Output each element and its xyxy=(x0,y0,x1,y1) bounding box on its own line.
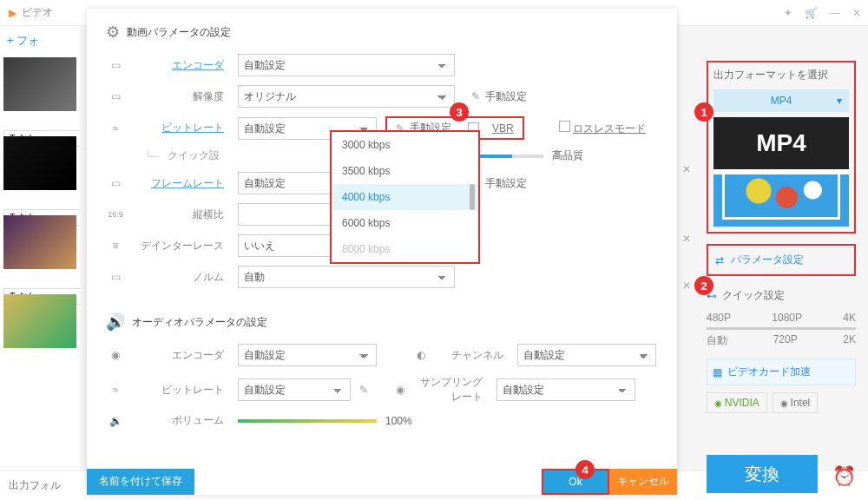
audio-bitrate-icon: ≈ xyxy=(106,384,125,396)
schedule-icon[interactable]: ⏰ xyxy=(832,465,856,488)
deinterlace-icon: ≡ xyxy=(106,240,125,252)
channel-label: チャンネル xyxy=(439,348,509,363)
volume-slider[interactable] xyxy=(238,419,377,423)
volume-label: ボリューム xyxy=(134,413,229,428)
resolution-quick-slider[interactable]: 480P1080P4K 自動720P2K xyxy=(707,312,856,348)
video-encoder-select[interactable]: 自動設定 xyxy=(238,54,455,76)
caret-down-icon: ▾ xyxy=(837,95,842,107)
star-icon[interactable]: ✦ xyxy=(784,7,792,19)
video-params-heading: ⚙ 動画パラメータの設定 xyxy=(106,23,658,42)
clip-thumb[interactable] xyxy=(3,57,76,111)
quality-high-label: 高品質 xyxy=(552,148,583,163)
encoder-icon: ▭ xyxy=(106,59,125,71)
cancel-button[interactable]: キャンセル xyxy=(609,469,677,495)
bitrate-option[interactable]: 6000 kbps xyxy=(332,210,478,236)
video-settings-icon: ⚙ xyxy=(106,23,120,42)
gpu-icon: ▦ xyxy=(713,366,722,378)
remove-clip-icon[interactable]: ✕ xyxy=(679,280,694,292)
audio-channel-select[interactable]: 自動設定 xyxy=(517,344,656,366)
bitrate-label[interactable]: ビットレート xyxy=(134,121,229,135)
callout-marker-3: 3 xyxy=(450,102,469,122)
volume-value: 100% xyxy=(385,415,412,427)
cart-icon[interactable]: 🛒 xyxy=(805,7,818,19)
framerate-label[interactable]: フレームレート xyxy=(134,176,229,191)
norm-icon: ▭ xyxy=(106,271,125,283)
encoder-label[interactable]: エンコーダ xyxy=(134,58,229,73)
resolution-label: 解像度 xyxy=(134,89,229,104)
volume-icon: 🔉 xyxy=(106,415,125,427)
pencil-icon: ✎ xyxy=(471,90,480,102)
intel-badge: ◉ Intel xyxy=(773,392,818,413)
audio-encoder-label: エンコーダ xyxy=(134,348,229,363)
remove-clip-icon[interactable]: ✕ xyxy=(679,163,694,175)
bitrate-option[interactable]: 8000 kbps xyxy=(332,236,478,262)
bitrate-dropdown: 3000 kbps 3500 kbps 4000 kbps 6000 kbps … xyxy=(330,130,480,264)
clip-thumb[interactable] xyxy=(3,294,76,348)
bitrate-option[interactable]: 3000 kbps xyxy=(332,132,478,158)
output-format-panel: 出力フォーマットを選択 MP4▾ MP4 ⇄ パラメータ設定 ⊷クイック設定 4… xyxy=(707,61,856,413)
callout-marker-1: 1 xyxy=(694,102,713,122)
left-sidebar: + フォ T なし T なし T なし xyxy=(0,26,80,500)
save-as-button[interactable]: 名前を付けて保存 xyxy=(87,469,194,495)
deinterlace-label: デインターレース xyxy=(134,239,229,253)
format-select-box: 出力フォーマットを選択 MP4▾ MP4 xyxy=(707,61,856,234)
lossless-label[interactable]: ロスレスモード xyxy=(573,122,646,135)
remove-clip-icon[interactable]: ✕ xyxy=(679,233,694,245)
video-norm-select[interactable]: 自動 xyxy=(238,266,455,288)
clip-thumb[interactable] xyxy=(3,136,76,190)
resolution-manual-button[interactable]: ✎手動設定 xyxy=(464,86,535,108)
format-heading: 出力フォーマットを選択 xyxy=(713,68,849,82)
app-title: ビデオ xyxy=(22,5,53,20)
audio-encoder-icon: ◉ xyxy=(106,349,125,361)
mp4-preview-icon: MP4 xyxy=(713,117,849,227)
norm-label: ノルム xyxy=(134,270,229,285)
bitrate-icon: ≈ xyxy=(106,122,125,135)
minimize-icon[interactable]: — xyxy=(830,7,840,19)
lossless-checkbox[interactable] xyxy=(559,121,570,132)
app-logo-icon: ▶ xyxy=(9,7,16,19)
samplerate-icon: ◉ xyxy=(391,384,410,396)
video-resolution-select[interactable]: オリジナル xyxy=(238,85,455,108)
audio-samplerate-select[interactable]: 自動設定 xyxy=(496,378,635,401)
callout-marker-4: 4 xyxy=(575,460,595,479)
aspect-icon: 16:9 xyxy=(106,210,125,219)
audio-settings-icon: 🔊 xyxy=(106,312,125,332)
framerate-icon: ▭ xyxy=(106,177,125,189)
pencil-icon[interactable]: ✎ xyxy=(359,384,368,396)
nvidia-badge: ◉ NVIDIA xyxy=(707,392,767,413)
close-icon[interactable]: ✕ xyxy=(852,7,861,19)
channel-icon: ◐ xyxy=(411,349,431,361)
settings-dialog: ⚙ 動画パラメータの設定 ▭ エンコーダ 自動設定 ▭ 解像度 オリジナル ✎手… xyxy=(87,9,677,495)
output-folder-label: 出力フォル xyxy=(9,478,61,493)
format-dropdown[interactable]: MP4▾ xyxy=(713,89,849,112)
add-file-button[interactable]: + フォ xyxy=(0,26,80,54)
gpu-accel-button[interactable]: ▦ビデオカード加速 xyxy=(707,359,856,385)
aspect-label: 縦横比 xyxy=(134,207,229,222)
dropdown-scrollbar[interactable] xyxy=(470,184,475,210)
param-settings-button[interactable]: ⇄ パラメータ設定 xyxy=(707,244,856,276)
bitrate-option[interactable]: 3500 kbps xyxy=(332,158,478,184)
audio-bitrate-select[interactable]: 自動設定 xyxy=(238,378,351,401)
quickset-label: クイック設 xyxy=(168,148,220,163)
callout-marker-2: 2 xyxy=(694,276,713,295)
bitrate-option[interactable]: 4000 kbps xyxy=(332,184,478,210)
audio-params-heading: 🔊 オーディオパラメータの設定 xyxy=(106,312,658,332)
clip-thumb[interactable] xyxy=(3,215,76,269)
audio-bitrate-label: ビットレート xyxy=(134,383,229,398)
resolution-icon: ▭ xyxy=(106,90,125,102)
audio-encoder-select[interactable]: 自動設定 xyxy=(238,344,377,366)
quick-settings-label: ⊷クイック設定 xyxy=(707,288,856,303)
sliders-icon: ⇄ xyxy=(715,254,724,266)
samplerate-label: サンプリングレート xyxy=(418,375,488,405)
convert-button[interactable]: 変換 xyxy=(707,455,818,493)
